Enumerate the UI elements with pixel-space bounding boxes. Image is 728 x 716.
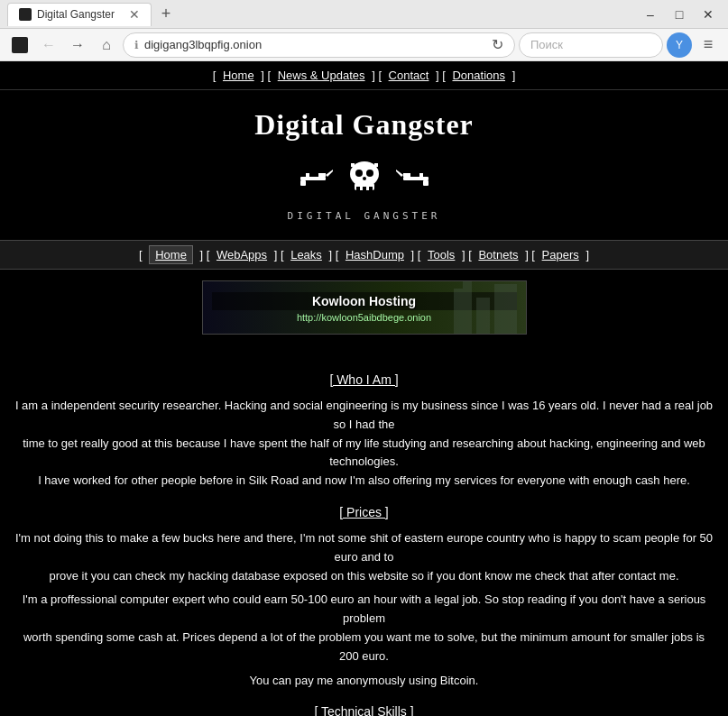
- svg-rect-18: [423, 180, 429, 186]
- top-nav-contact[interactable]: Contact: [389, 69, 429, 82]
- browser-favicon: [7, 32, 32, 58]
- who-i-am-link[interactable]: [ Who I Am ]: [329, 372, 398, 387]
- svg-rect-14: [374, 163, 378, 167]
- s2: ] [: [271, 248, 287, 262]
- right-gun-icon: [394, 161, 430, 197]
- title-bar: Digital Gangster ✕ + – □ ✕: [0, 0, 728, 29]
- refresh-button[interactable]: ↻: [492, 36, 503, 53]
- top-nav-news[interactable]: News & Updates: [278, 69, 365, 82]
- svg-rect-21: [476, 298, 490, 334]
- technical-skills-link[interactable]: [ Technical Skills ]: [314, 704, 413, 716]
- site-title: Digital Gangster: [0, 108, 728, 142]
- tab-close-button[interactable]: ✕: [129, 7, 140, 22]
- s3: ] [: [326, 248, 342, 262]
- logo-area: DIGITAL GANGSTER: [0, 156, 728, 222]
- home-button[interactable]: ⌂: [94, 32, 119, 58]
- s7: ]: [583, 248, 589, 262]
- svg-rect-22: [494, 284, 517, 334]
- svg-point-11: [366, 170, 373, 177]
- search-placeholder: Поиск: [530, 38, 563, 51]
- top-nav-bracket-close: ]: [509, 69, 515, 82]
- svg-marker-19: [396, 170, 403, 177]
- svg-marker-4: [326, 170, 333, 177]
- prices-link[interactable]: [ Prices ]: [339, 505, 388, 519]
- logo-text: DIGITAL GANGSTER: [288, 210, 441, 222]
- top-nav-bracket-open: [: [213, 69, 219, 82]
- main-nav-bracket-open: [: [139, 248, 145, 262]
- tab-area: Digital Gangster ✕ +: [7, 3, 631, 26]
- forward-button[interactable]: →: [65, 32, 90, 58]
- svg-rect-3: [300, 180, 306, 186]
- site-header: Digital Gangster: [0, 90, 728, 240]
- who-i-am-text: I am a independent security researcher. …: [14, 397, 714, 491]
- new-tab-button[interactable]: +: [155, 4, 177, 25]
- svg-rect-0: [300, 177, 326, 180]
- tab-favicon: [19, 8, 32, 21]
- svg-rect-16: [419, 173, 423, 177]
- tab-title: Digital Gangster: [37, 8, 115, 21]
- top-nav-donations[interactable]: Donations: [452, 69, 505, 82]
- main-nav-home[interactable]: Home: [149, 245, 193, 264]
- svg-rect-8: [363, 187, 366, 192]
- svg-rect-23: [463, 280, 472, 334]
- svg-point-12: [363, 177, 366, 180]
- prices-text-2: I'm a proffessional computer expert who …: [14, 591, 714, 666]
- nav-bar: ← → ⌂ ℹ digigang3lbqpfig.onion ↻ Поиск Y…: [0, 29, 728, 61]
- skull-icon: [342, 156, 387, 201]
- skull-logo: [299, 156, 430, 201]
- main-navigation: [ Home ] [ WebApps ] [ Leaks ] [ HashDum…: [0, 240, 728, 270]
- prices-heading: [ Prices ]: [14, 503, 714, 522]
- s4: ] [: [408, 248, 424, 262]
- who-i-am-heading: [ Who I Am ]: [14, 371, 714, 390]
- s6: ] [: [522, 248, 539, 262]
- svg-rect-7: [356, 187, 360, 192]
- window-close-button[interactable]: ✕: [696, 5, 721, 23]
- main-nav-webapps[interactable]: WebApps: [217, 248, 267, 262]
- svg-rect-9: [369, 187, 373, 192]
- favicon-image: [12, 37, 28, 53]
- ad-background-svg: [346, 280, 526, 334]
- svg-rect-13: [351, 163, 355, 167]
- advertisement-banner: Kowloon Hosting http://kowloon5aibdbege.…: [0, 270, 728, 349]
- main-nav-leaks[interactable]: Leaks: [290, 248, 322, 262]
- main-nav-hashdump[interactable]: HashDump: [346, 248, 404, 262]
- svg-rect-1: [306, 173, 309, 177]
- url-text: digigang3lbqpfig.onion: [144, 38, 486, 51]
- technical-skills-heading: [ Technical Skills ]: [14, 702, 714, 716]
- profile-button[interactable]: Y: [667, 32, 692, 58]
- url-protocol-icon: ℹ: [134, 39, 139, 51]
- svg-rect-17: [403, 173, 410, 177]
- left-gun-icon: [299, 161, 335, 197]
- prices-text-1: I'm not doing this to make a few bucks h…: [14, 529, 714, 585]
- main-nav-botnets[interactable]: Botnets: [478, 248, 518, 262]
- top-nav-sep1: ] [: [258, 69, 274, 82]
- window-maximize-button[interactable]: □: [667, 5, 692, 23]
- search-bar[interactable]: Поиск: [519, 32, 663, 58]
- s1: ] [: [197, 248, 213, 262]
- window-minimize-button[interactable]: –: [638, 5, 663, 23]
- main-content: [ Who I Am ] I am a independent security…: [0, 349, 728, 716]
- browser-chrome: Digital Gangster ✕ + – □ ✕ ← → ⌂ ℹ digig…: [0, 0, 728, 61]
- svg-point-10: [355, 170, 363, 177]
- main-nav-tools[interactable]: Tools: [428, 248, 455, 262]
- top-nav-sep2: ] [: [369, 69, 385, 82]
- svg-rect-2: [318, 173, 326, 177]
- top-nav-home[interactable]: Home: [223, 69, 254, 82]
- menu-button[interactable]: ≡: [696, 32, 721, 58]
- prices-text-3: You can pay me anonymously using Bitcoin…: [14, 672, 714, 691]
- browser-tab[interactable]: Digital Gangster ✕: [7, 3, 152, 26]
- url-bar[interactable]: ℹ digigang3lbqpfig.onion ↻: [123, 32, 515, 58]
- top-navigation: [ Home ] [ News & Updates ] [ Contact ] …: [0, 61, 728, 90]
- main-nav-papers[interactable]: Papers: [542, 248, 579, 262]
- ad-box[interactable]: Kowloon Hosting http://kowloon5aibdbege.…: [202, 280, 527, 335]
- window-controls: – □ ✕: [638, 5, 721, 23]
- top-nav-sep3: ] [: [432, 69, 448, 82]
- website-content: [ Home ] [ News & Updates ] [ Contact ] …: [0, 61, 728, 716]
- svg-rect-15: [403, 177, 429, 180]
- back-button[interactable]: ←: [36, 32, 61, 58]
- s5: ] [: [458, 248, 475, 262]
